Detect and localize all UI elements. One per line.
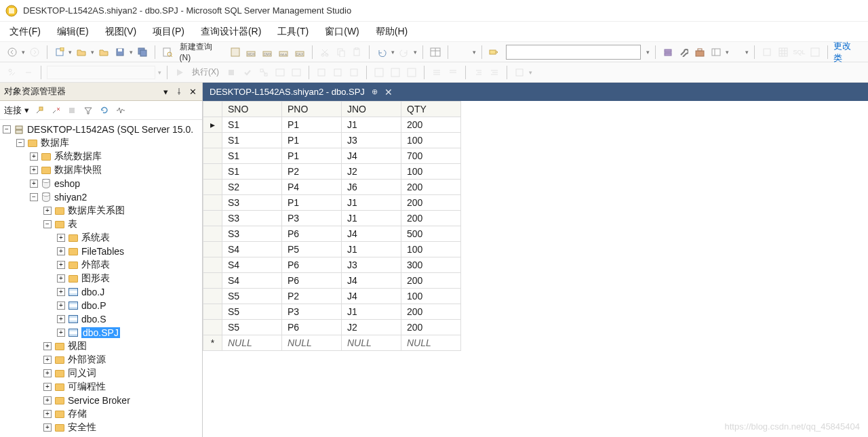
- table-row[interactable]: S4P6J4200: [203, 273, 461, 289]
- row-indicator[interactable]: [203, 211, 222, 226]
- table-cell[interactable]: P6: [282, 226, 342, 242]
- toolbar-table-button[interactable]: [429, 45, 442, 59]
- find-input[interactable]: [506, 45, 640, 60]
- table-cell[interactable]: 500: [401, 226, 461, 242]
- row-indicator[interactable]: [203, 320, 222, 335]
- row-indicator-new[interactable]: *: [203, 335, 222, 351]
- table-row[interactable]: ▸S1P1J1200: [203, 117, 461, 133]
- table-cell[interactable]: S4: [222, 257, 282, 273]
- table-cell[interactable]: 300: [401, 257, 461, 273]
- table-cell[interactable]: 100: [401, 133, 461, 148]
- table-cell[interactable]: J4: [342, 226, 401, 242]
- table-cell[interactable]: J3: [342, 133, 401, 148]
- nav-back-button[interactable]: [5, 45, 19, 59]
- connect-icon[interactable]: [33, 104, 45, 117]
- save-button[interactable]: [113, 45, 127, 59]
- table-row[interactable]: S3P3J1200: [203, 211, 461, 226]
- table-cell[interactable]: P3: [282, 304, 342, 320]
- table-row[interactable]: S5P2J4100: [203, 289, 461, 304]
- row-indicator[interactable]: [203, 180, 222, 195]
- table-cell[interactable]: 100: [401, 289, 461, 304]
- tree-security[interactable]: +安全性: [0, 421, 202, 434]
- activity-icon[interactable]: [115, 104, 127, 117]
- menu-query-designer[interactable]: 查询设计器(R): [201, 26, 261, 38]
- table-cell[interactable]: J2: [342, 164, 401, 180]
- table-cell[interactable]: 200: [401, 211, 461, 226]
- table-cell[interactable]: P5: [282, 242, 342, 257]
- row-indicator[interactable]: [203, 195, 222, 211]
- table-cell[interactable]: S1: [222, 117, 282, 133]
- data-grid[interactable]: SNO PNO JNO QTY ▸S1P1J1200S1P1J3100S1P1J…: [203, 101, 461, 351]
- tab-pin-icon[interactable]: ⊕: [372, 87, 378, 96]
- row-indicator[interactable]: ▸: [203, 117, 222, 133]
- table-row[interactable]: S1P2J2100: [203, 164, 461, 180]
- table-row[interactable]: S4P5J1100: [203, 242, 461, 257]
- table-cell[interactable]: S2: [222, 180, 282, 195]
- table-row[interactable]: S3P6J4500: [203, 226, 461, 242]
- table-row-new[interactable]: *NULLNULLNULLNULL: [203, 335, 461, 351]
- table-row[interactable]: S1P1J4700: [203, 148, 461, 164]
- tree-database-snapshots[interactable]: +数据库快照: [0, 163, 202, 177]
- table-cell[interactable]: J4: [342, 148, 401, 164]
- find-button[interactable]: [488, 45, 501, 59]
- table-cell[interactable]: J1: [342, 211, 401, 226]
- panel-close-icon[interactable]: ✕: [187, 86, 198, 97]
- tree-views[interactable]: +视图: [0, 339, 202, 353]
- table-row[interactable]: S5P6J2200: [203, 320, 461, 335]
- tree-graph-tables[interactable]: +图形表: [0, 272, 202, 285]
- tree-tables[interactable]: −表: [0, 217, 202, 231]
- table-cell[interactable]: S4: [222, 273, 282, 289]
- tree-server[interactable]: −DESKTOP-L1542AS (SQL Server 15.0.: [0, 123, 202, 136]
- row-indicator[interactable]: [203, 273, 222, 289]
- table-row[interactable]: S1P1J3100: [203, 133, 461, 148]
- table-cell[interactable]: S1: [222, 148, 282, 164]
- undo-button[interactable]: [375, 45, 389, 59]
- table-cell[interactable]: J6: [342, 180, 401, 195]
- table-cell-null[interactable]: NULL: [342, 335, 401, 351]
- tree-programmability[interactable]: +可编程性: [0, 380, 202, 394]
- table-cell[interactable]: P3: [282, 211, 342, 226]
- tab-close-icon[interactable]: ✕: [384, 87, 393, 98]
- row-indicator[interactable]: [203, 289, 222, 304]
- tree-table-dbo-j[interactable]: +dbo.J: [0, 285, 202, 299]
- table-cell[interactable]: S5: [222, 320, 282, 335]
- col-header-jno[interactable]: JNO: [342, 102, 401, 117]
- table-cell[interactable]: P2: [282, 164, 342, 180]
- tree-table-dbo-s[interactable]: +dbo.S: [0, 312, 202, 326]
- table-cell[interactable]: 200: [401, 180, 461, 195]
- object-explorer-tree[interactable]: −DESKTOP-L1542AS (SQL Server 15.0. −数据库 …: [0, 120, 202, 437]
- new-query-button[interactable]: 新建查询(N): [177, 41, 226, 62]
- table-cell[interactable]: 700: [401, 148, 461, 164]
- toolbar-view-button[interactable]: [709, 45, 723, 59]
- table-cell[interactable]: P4: [282, 180, 342, 195]
- row-indicator[interactable]: [203, 226, 222, 242]
- menu-tools[interactable]: 工具(T): [277, 26, 309, 38]
- table-cell[interactable]: 100: [401, 164, 461, 180]
- table-cell-null[interactable]: NULL: [401, 335, 461, 351]
- menu-help[interactable]: 帮助(H): [376, 26, 408, 38]
- toolbar-dmx-button[interactable]: DMX: [260, 45, 274, 59]
- table-cell[interactable]: P1: [282, 117, 342, 133]
- table-cell[interactable]: S5: [222, 304, 282, 320]
- row-indicator[interactable]: [203, 164, 222, 180]
- menu-project[interactable]: 项目(P): [153, 26, 184, 38]
- table-cell[interactable]: S5: [222, 289, 282, 304]
- save-all-button[interactable]: [136, 45, 149, 59]
- tree-filetables[interactable]: +FileTables: [0, 245, 202, 258]
- table-cell[interactable]: 100: [401, 242, 461, 257]
- change-type-button[interactable]: 更改类: [833, 40, 860, 64]
- table-cell[interactable]: P6: [282, 273, 342, 289]
- table-row[interactable]: S2P4J6200: [203, 180, 461, 195]
- table-cell[interactable]: S1: [222, 133, 282, 148]
- table-cell[interactable]: P1: [282, 195, 342, 211]
- tree-system-tables[interactable]: +系统表: [0, 231, 202, 245]
- toolbar-mdx-button[interactable]: MDX: [245, 45, 258, 59]
- toolbar-toolbox-button[interactable]: [693, 45, 707, 59]
- toolbar-wrench-button[interactable]: [677, 45, 691, 59]
- table-row[interactable]: S5P3J1200: [203, 304, 461, 320]
- table-cell[interactable]: J4: [342, 289, 401, 304]
- tree-db-eshop[interactable]: +eshop: [0, 177, 202, 190]
- table-cell[interactable]: J3: [342, 257, 401, 273]
- table-cell[interactable]: J4: [342, 273, 401, 289]
- filter-icon[interactable]: [82, 104, 94, 117]
